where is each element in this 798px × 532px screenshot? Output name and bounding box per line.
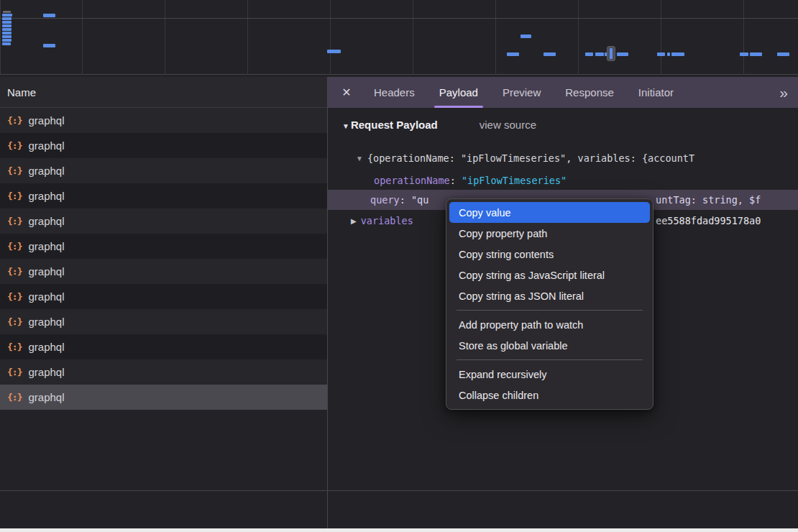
json-brackets-icon: {:}	[7, 241, 22, 252]
request-row-graphql[interactable]: {:}graphql	[0, 133, 327, 158]
json-brackets-icon: {:}	[7, 367, 22, 377]
tree-row-operation-name[interactable]: operationName: "ipFlowTimeseries"	[328, 171, 798, 190]
menu-item-collapse-children[interactable]: Collapse children	[446, 385, 653, 405]
network-overview-timeline[interactable]	[0, 0, 798, 75]
menu-item-store-as-global-variable[interactable]: Store as global variable	[446, 335, 653, 356]
column-header-name[interactable]: Name	[0, 77, 328, 108]
tab-headers[interactable]: Headers	[362, 77, 427, 108]
menu-item-copy-string-as-javascript-literal[interactable]: Copy string as JavaScript literal	[446, 265, 653, 285]
request-row-graphql[interactable]: {:}graphql	[0, 385, 327, 410]
expand-triangle-icon[interactable]: ▼	[356, 155, 363, 162]
overview-gridline	[165, 0, 165, 75]
request-timing-bar	[43, 44, 55, 47]
json-brackets-icon: {:}	[7, 341, 22, 352]
menu-item-expand-recursively[interactable]: Expand recursively	[446, 364, 653, 385]
request-row-graphql[interactable]: {:}graphql	[0, 309, 327, 334]
tab-preview[interactable]: Preview	[490, 77, 553, 108]
request-row-graphql[interactable]: {:}graphql	[0, 359, 327, 385]
request-timing-bar	[2, 32, 12, 35]
request-timing-bar	[2, 39, 12, 42]
tab-payload[interactable]: Payload	[427, 77, 490, 108]
request-row-graphql[interactable]: {:}graphql	[0, 334, 327, 359]
tree-row-root[interactable]: ▼ {operationName: "ipFlowTimeseries", va…	[328, 149, 798, 168]
request-name-label: graphql	[28, 366, 64, 378]
request-name-label: graphql	[28, 240, 64, 252]
expand-triangle-icon[interactable]: ▶	[351, 217, 357, 225]
overview-gridline	[578, 0, 579, 75]
root-object-preview: {operationName: "ipFlowTimeseries", vari…	[367, 152, 694, 164]
request-timing-bar	[667, 52, 670, 56]
request-row-graphql[interactable]: {:}graphql	[0, 158, 327, 183]
json-brackets-icon: {:}	[7, 165, 22, 176]
request-name-label: graphql	[28, 190, 64, 202]
overview-gridline	[661, 0, 661, 75]
json-brackets-icon: {:}	[7, 115, 22, 126]
overview-gridline	[743, 0, 744, 75]
menu-item-copy-string-contents[interactable]: Copy string contents	[446, 244, 653, 265]
request-timing-bar	[750, 52, 762, 56]
request-timing-bar	[2, 24, 12, 27]
footer-divider	[0, 490, 798, 491]
request-name-label: graphql	[28, 165, 64, 177]
request-list: {:}graphql{:}graphql{:}graphql{:}graphql…	[0, 108, 327, 410]
request-timing-bar	[2, 21, 12, 24]
request-name-label: graphql	[28, 290, 64, 303]
json-brackets-icon: {:}	[7, 140, 22, 151]
request-timing-bar	[2, 35, 12, 38]
json-brackets-icon: {:}	[7, 191, 22, 201]
overview-gridline	[330, 0, 331, 75]
section-title: Request Payload	[351, 119, 438, 131]
request-name-label: graphql	[28, 391, 64, 403]
request-timing-bar	[507, 52, 519, 56]
request-name-label: graphql	[28, 341, 64, 353]
request-row-graphql[interactable]: {:}graphql	[0, 208, 327, 234]
request-timing-bar	[2, 17, 12, 20]
request-name-label: graphql	[28, 316, 64, 328]
details-tab-bar: ✕ HeadersPayloadPreviewResponseInitiator…	[328, 77, 798, 108]
request-row-graphql[interactable]: {:}graphql	[0, 234, 327, 259]
request-timing-bar	[544, 52, 556, 56]
property-value-right: ee5588fdad995178a0	[656, 215, 761, 226]
request-row-graphql[interactable]: {:}graphql	[0, 259, 327, 284]
request-name-label: graphql	[28, 139, 64, 152]
menu-divider	[457, 310, 643, 311]
context-menu: Copy valueCopy property pathCopy string …	[446, 198, 653, 410]
request-timing-bar	[740, 52, 748, 56]
menu-item-add-property-path-to-watch[interactable]: Add property path to watch	[446, 314, 653, 335]
request-name-label: graphql	[28, 114, 64, 127]
view-source-link[interactable]: view source	[480, 119, 536, 131]
overview-gridline	[413, 0, 413, 75]
menu-item-copy-value[interactable]: Copy value	[449, 202, 650, 223]
request-timing-bar	[520, 35, 531, 38]
request-row-graphql[interactable]: {:}graphql	[0, 108, 327, 133]
selected-request-marker-bar	[610, 48, 613, 59]
overview-gridline	[247, 0, 248, 75]
json-brackets-icon: {:}	[7, 392, 22, 403]
tab-response[interactable]: Response	[553, 77, 626, 108]
request-row-graphql[interactable]: {:}graphql	[0, 183, 327, 208]
request-row-graphql[interactable]: {:}graphql	[0, 284, 327, 309]
property-key: query	[370, 194, 400, 206]
tab-initiator[interactable]: Initiator	[626, 77, 686, 108]
json-brackets-icon: {:}	[7, 266, 22, 277]
request-payload-section-header[interactable]: ▼ Request Payload view source	[342, 119, 536, 131]
property-value: "ipFlowTimeseries"	[462, 175, 567, 186]
tabs-container: HeadersPayloadPreviewResponseInitiator	[362, 77, 686, 108]
overview-gridline	[82, 0, 83, 75]
property-key: variables	[361, 215, 413, 226]
request-timing-bar	[617, 52, 628, 56]
collapse-triangle-icon: ▼	[342, 122, 349, 130]
menu-item-copy-string-as-json-literal[interactable]: Copy string as JSON literal	[446, 285, 653, 306]
close-icon[interactable]: ✕	[340, 86, 353, 99]
request-timing-bar	[657, 52, 665, 56]
request-timing-bar	[43, 14, 55, 17]
request-timing-bar	[671, 52, 684, 56]
request-name-label: graphql	[28, 265, 64, 278]
devtools-network-panel: Name {:}graphql{:}graphql{:}graphql{:}gr…	[0, 0, 798, 532]
more-tabs-icon[interactable]: »	[779, 85, 788, 100]
request-timing-bar	[3, 11, 11, 13]
overview-gridline	[1, 18, 798, 19]
menu-item-copy-property-path[interactable]: Copy property path	[446, 223, 653, 244]
property-key: operationName	[374, 175, 450, 186]
request-timing-bar	[327, 50, 341, 53]
